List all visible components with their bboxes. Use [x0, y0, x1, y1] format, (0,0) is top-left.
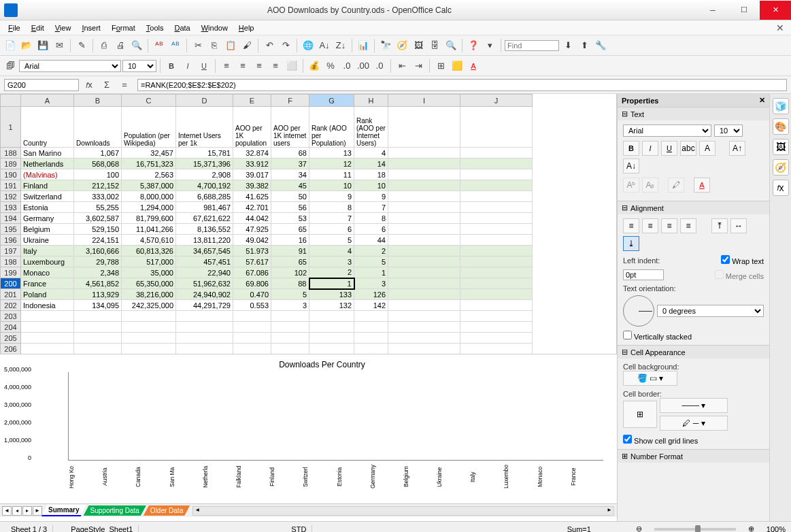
sb-align-justify-icon[interactable]: ≡	[680, 218, 696, 233]
sidepanel-functions-icon[interactable]: fx	[773, 180, 789, 196]
show-gridlines-checkbox[interactable]: Show cell grid lines	[623, 437, 698, 445]
sb-strike-icon[interactable]: abc	[680, 141, 696, 156]
toolbar-overflow-icon[interactable]: ▾	[482, 38, 497, 53]
borders-icon[interactable]: ⊞	[433, 59, 448, 73]
merge-cells-icon[interactable]: ⬜	[284, 59, 299, 73]
undo-icon[interactable]: ↶	[262, 38, 277, 53]
tab-next-icon[interactable]: ▸	[22, 506, 32, 516]
zoom-slider[interactable]	[654, 528, 736, 531]
sb-valign-top-icon[interactable]: ⤒	[711, 218, 728, 233]
status-mode[interactable]: STD	[286, 525, 312, 533]
close-button[interactable]: ✕	[760, 1, 791, 20]
vertically-stacked-checkbox[interactable]: Vertically stacked	[623, 333, 692, 341]
sb-shadow-icon[interactable]: A	[699, 141, 716, 156]
remove-decimal-icon[interactable]: .0	[372, 59, 387, 73]
left-indent-input[interactable]	[623, 269, 664, 280]
menu-data[interactable]: Data	[169, 22, 195, 34]
equals-icon[interactable]: =	[117, 78, 132, 93]
sb-sub-icon[interactable]: Aᵦ	[642, 178, 658, 193]
maximize-button[interactable]: ☐	[728, 1, 760, 20]
sidebar-font-size[interactable]: 10	[714, 124, 743, 137]
add-decimal-icon[interactable]: .00	[356, 59, 371, 73]
close-document-button[interactable]: ✕	[772, 22, 788, 33]
autospell-icon[interactable]: ᴬᴮ	[168, 38, 183, 53]
styles-icon[interactable]: 🗐	[3, 59, 18, 73]
orientation-dial[interactable]	[623, 295, 654, 327]
currency-icon[interactable]: 💰	[307, 59, 322, 73]
function-wizard-icon[interactable]: fx	[82, 78, 97, 93]
number-format-icon[interactable]: .0	[339, 59, 354, 73]
datasource-icon[interactable]: 🗄	[427, 38, 442, 53]
sidebar-font-select[interactable]: Arial	[623, 124, 711, 137]
align-left-icon[interactable]: ≡	[219, 59, 234, 73]
tab-last-icon[interactable]: ►	[33, 506, 42, 516]
border-color-picker[interactable]: 🖊 ─ ▾	[660, 416, 728, 431]
sort-desc-icon[interactable]: Z↓	[333, 38, 348, 53]
wrap-text-checkbox[interactable]: Wrap text	[721, 255, 764, 265]
border-preset-picker[interactable]: ⊞	[623, 401, 657, 428]
chart-icon[interactable]: 📊	[356, 38, 371, 53]
sum-icon[interactable]: Σ	[99, 78, 114, 93]
menu-view[interactable]: View	[50, 22, 77, 34]
tab-first-icon[interactable]: ◄	[2, 506, 12, 516]
save-icon[interactable]: 💾	[35, 38, 50, 53]
sb-bold-icon[interactable]: B	[623, 141, 639, 156]
sb-super-icon[interactable]: Aᵇ	[623, 178, 639, 193]
zoom-in-icon[interactable]: ⊕	[748, 525, 754, 532]
edit-icon[interactable]: ✎	[74, 38, 89, 53]
decrease-indent-icon[interactable]: ⇤	[394, 59, 409, 73]
sidepanel-properties-icon[interactable]: 🧊	[773, 98, 789, 114]
zoom-value[interactable]: 100%	[767, 525, 786, 533]
sb-underline-icon[interactable]: U	[661, 141, 677, 156]
paste-icon[interactable]: 📋	[223, 38, 238, 53]
sb-fontcolor-icon[interactable]: A	[694, 178, 710, 193]
menu-window[interactable]: Window	[196, 22, 233, 34]
cell-bg-picker[interactable]: 🪣 ▭ ▾	[623, 371, 677, 386]
spreadsheet-grid[interactable]: ABCDEFGHIJ1CountryDownloadsPopulation (p…	[0, 94, 617, 354]
sb-valign-mid-icon[interactable]: ↔	[730, 218, 747, 233]
cell-reference-input[interactable]	[4, 79, 79, 91]
border-style-picker[interactable]: ─── ▾	[660, 398, 728, 413]
gallery-icon[interactable]: 🖼	[411, 38, 426, 53]
sb-align-center-icon[interactable]: ≡	[642, 218, 658, 233]
sheet-tab-summary[interactable]: Summary	[41, 505, 86, 516]
percent-icon[interactable]: %	[323, 59, 338, 73]
sb-align-right-icon[interactable]: ≡	[661, 218, 677, 233]
menu-format[interactable]: Format	[106, 22, 141, 34]
sb-shrink-font-icon[interactable]: A↓	[623, 159, 639, 173]
redo-icon[interactable]: ↷	[278, 38, 293, 53]
status-sum[interactable]: Sum=1	[567, 525, 591, 533]
sidepanel-gallery-icon[interactable]: 🖼	[773, 139, 789, 155]
sidepanel-navigator-icon[interactable]: 🧭	[773, 159, 789, 176]
sb-align-left-icon[interactable]: ≡	[623, 218, 639, 233]
cut-icon[interactable]: ✂	[190, 38, 205, 53]
menu-insert[interactable]: Insert	[76, 22, 106, 34]
tab-prev-icon[interactable]: ◂	[12, 506, 22, 516]
section-alignment[interactable]: ⊟ Alignment	[618, 201, 769, 214]
navigator-icon[interactable]: 🧭	[394, 38, 409, 53]
find-input[interactable]	[505, 40, 559, 51]
status-pagestyle[interactable]: PageStyle_Sheet1	[65, 525, 139, 533]
zoom-icon[interactable]: 🔍	[443, 38, 458, 53]
minimize-button[interactable]: ─	[697, 1, 728, 20]
format-paintbrush-icon[interactable]: 🖌	[239, 38, 254, 53]
copy-icon[interactable]: ⎘	[207, 38, 222, 53]
chart-embedded[interactable]: Downloads Per Country 5,000,0004,000,000…	[0, 354, 617, 503]
sb-italic-icon[interactable]: I	[642, 141, 658, 156]
sb-grow-font-icon[interactable]: A↑	[729, 141, 745, 156]
pdf-icon[interactable]: ⎙	[97, 38, 112, 53]
hyperlink-icon[interactable]: 🌐	[301, 38, 316, 53]
bold-icon[interactable]: B	[164, 59, 179, 73]
sheet-tab-supporting[interactable]: Supporting Data	[84, 505, 146, 516]
new-icon[interactable]: 📄	[3, 38, 18, 53]
zoom-out-icon[interactable]: ⊖	[636, 525, 642, 532]
status-sheet[interactable]: Sheet 1 / 3	[5, 525, 53, 533]
font-color-icon[interactable]: A	[466, 59, 481, 73]
open-icon[interactable]: 📂	[19, 38, 34, 53]
find-next-icon[interactable]: ⬇	[560, 38, 575, 53]
sidebar-close-icon[interactable]: ✕	[759, 96, 765, 105]
font-size-select[interactable]: 10	[122, 60, 156, 72]
sheet-tab-older[interactable]: Older Data	[144, 505, 190, 516]
section-text[interactable]: ⊟ Text	[618, 107, 769, 120]
menu-edit[interactable]: Edit	[26, 22, 50, 34]
